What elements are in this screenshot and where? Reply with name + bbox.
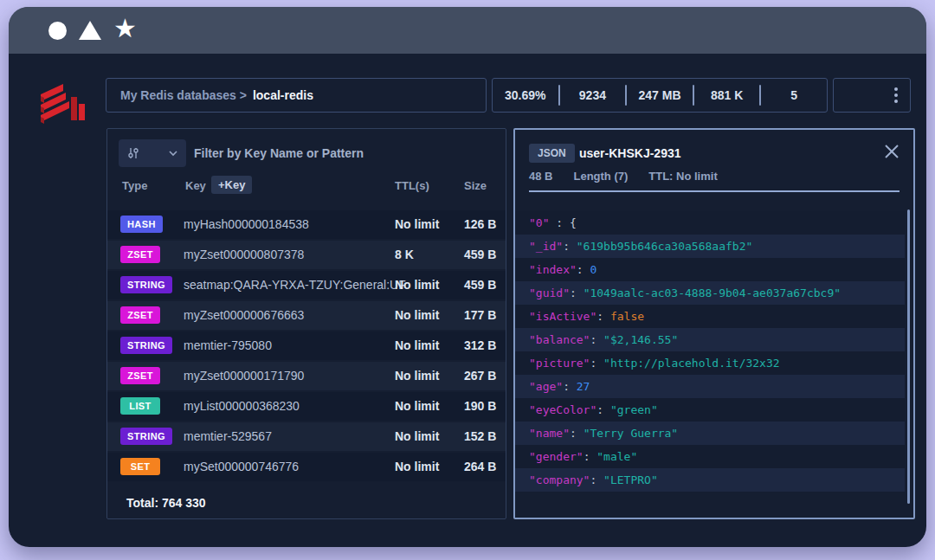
header-menu-box	[833, 78, 911, 113]
key-size: 152 B	[464, 429, 496, 443]
column-size: Size	[464, 179, 487, 192]
json-value: "1049aalc-ac03-4888-9b04-ae037a67cbc9"	[584, 286, 841, 299]
key-name: memtier-795080	[184, 338, 272, 352]
app-window: ★ My Redis databases > local-redis 30.69…	[9, 7, 926, 547]
stat-memory: 247 MB	[627, 88, 693, 102]
key-size: 312 B	[464, 338, 496, 352]
json-row[interactable]: "age": 27	[515, 375, 905, 398]
format-selector-badge[interactable]: JSON	[529, 144, 575, 163]
key-name: mySet000000746776	[184, 460, 299, 473]
key-size: 177 B	[464, 308, 496, 322]
json-row[interactable]: "_id": "619bb95b646ca30a568aafb2"	[515, 235, 905, 258]
key-row[interactable]: SET mySet000000746776 No limit 264 B	[107, 453, 506, 481]
json-separator: :	[549, 216, 569, 229]
key-name: myList000000368230	[184, 399, 300, 413]
json-row[interactable]: "index": 0	[515, 258, 905, 281]
key-list-column-headers: Type Key +Key TTL(s) Size	[107, 176, 506, 196]
keys-total-count: Total: 764 330	[126, 496, 206, 510]
json-row[interactable]: "company": "LETPRO"	[515, 468, 905, 492]
detail-divider	[529, 190, 900, 192]
key-row[interactable]: ZSET myZset000000807378 8 K 459 B	[107, 241, 506, 269]
triangle-icon	[79, 21, 101, 40]
breadcrumb-path[interactable]: My Redis databases >	[120, 88, 247, 102]
json-value: "$2,146.55"	[603, 333, 678, 346]
key-row[interactable]: HASH myHash000000184538 No limit 126 B	[107, 210, 506, 239]
window-titlebar: ★	[9, 7, 926, 54]
key-ttl: No limit	[395, 460, 439, 473]
column-type: Type	[122, 179, 147, 192]
json-row[interactable]: "gender": "male"	[515, 445, 905, 468]
key-type-badge: HASH	[120, 216, 163, 233]
json-key: "name"	[529, 427, 570, 440]
key-size: 459 B	[464, 248, 496, 261]
key-ttl: No limit	[395, 369, 439, 383]
key-length-meta: Length (7)	[573, 170, 628, 183]
json-separator: :	[570, 427, 584, 440]
key-name: seatmap:QARA-YRXA-TZUY:General:UF	[184, 278, 406, 292]
key-row[interactable]: STRING memtier-795080 No limit 312 B	[107, 331, 506, 360]
key-size-meta: 48 B	[529, 170, 552, 183]
key-size: 126 B	[464, 217, 496, 231]
json-row[interactable]: "guid": "1049aalc-ac03-4888-9b04-ae037a6…	[515, 281, 905, 305]
json-value: 27	[577, 380, 590, 393]
key-type-badge: STRING	[120, 337, 172, 354]
key-row[interactable]: STRING seatmap:QARA-YRXA-TZUY:General:UF…	[107, 271, 506, 299]
key-type-badge: ZSET	[120, 367, 160, 384]
breadcrumb[interactable]: My Redis databases > local-redis	[106, 78, 487, 113]
json-row[interactable]: "picture": "http://placehold.it/32x32	[515, 351, 905, 375]
key-ttl: No limit	[395, 278, 439, 292]
stat-cpu: 30.69%	[493, 88, 558, 102]
db-stats-bar: 30.69% 9234 247 MB 881 K 5	[492, 78, 828, 113]
json-value: "male"	[596, 450, 637, 463]
json-key: "age"	[529, 380, 563, 393]
key-ttl: No limit	[395, 308, 439, 322]
json-row[interactable]: "name": "Terry Guerra"	[515, 422, 905, 445]
key-type-badge: SET	[120, 458, 160, 475]
key-ttl: No limit	[395, 338, 439, 352]
key-type-badge: ZSET	[120, 306, 160, 324]
json-row[interactable]: "0" : {	[515, 211, 905, 235]
json-value: {	[570, 216, 577, 229]
json-key: "isActive"	[529, 310, 596, 323]
json-row[interactable]: "balance": "$2,146.55"	[515, 328, 905, 351]
key-name: myHash000000184538	[184, 217, 309, 231]
json-value: "Terry Guerra"	[584, 427, 679, 440]
json-key: "gender"	[529, 450, 584, 463]
key-name: myZset000000171790	[184, 369, 304, 383]
json-row[interactable]: "isActive": false	[515, 305, 905, 328]
key-row[interactable]: ZSET myZset000000171790 No limit 267 B	[107, 362, 506, 390]
key-type-badge: STRING	[120, 428, 172, 445]
json-key: "eyeColor"	[529, 403, 596, 416]
stat-clients: 5	[761, 88, 827, 102]
key-filter-input[interactable]: Filter by Key Name or Pattern	[194, 139, 364, 167]
kebab-menu-icon[interactable]	[894, 87, 898, 103]
key-list: HASH myHash000000184538 No limit 126 B Z…	[107, 210, 506, 483]
key-size: 264 B	[464, 460, 496, 473]
key-ttl-meta[interactable]: TTL: No limit	[648, 170, 717, 183]
key-type-badge: STRING	[120, 276, 172, 293]
json-value: "http://placehold.it/32x32	[603, 357, 780, 370]
column-ttl: TTL(s)	[395, 179, 429, 192]
key-size: 190 B	[464, 399, 496, 413]
json-viewer: "0" : { "_id": "619bb95b646ca30a568aafb2…	[515, 211, 905, 492]
key-type-badge: LIST	[120, 397, 160, 415]
key-meta-bar: 48 B Length (7) TTL: No limit	[529, 170, 718, 183]
key-ttl: No limit	[395, 399, 439, 413]
json-row[interactable]: "eyeColor": "green"	[515, 398, 905, 422]
star-icon: ★	[113, 19, 137, 38]
json-value: "LETPRO"	[603, 473, 658, 486]
json-key: "company"	[529, 473, 590, 486]
json-scrollbar[interactable]	[907, 209, 910, 504]
json-value: false	[610, 310, 644, 323]
json-separator: :	[596, 310, 610, 323]
key-row[interactable]: STRING memtier-529567 No limit 152 B	[107, 422, 506, 451]
key-row[interactable]: ZSET myZset000000676663 No limit 177 B	[107, 301, 506, 330]
key-row[interactable]: LIST myList000000368230 No limit 190 B	[107, 392, 506, 421]
column-key: Key	[185, 179, 206, 192]
close-icon[interactable]	[882, 142, 901, 161]
filter-type-dropdown[interactable]	[119, 139, 186, 167]
key-name: memtier-529567	[184, 429, 272, 443]
add-key-button[interactable]: +Key	[211, 176, 252, 194]
json-key: "_id"	[529, 240, 563, 253]
key-size: 459 B	[464, 278, 496, 292]
